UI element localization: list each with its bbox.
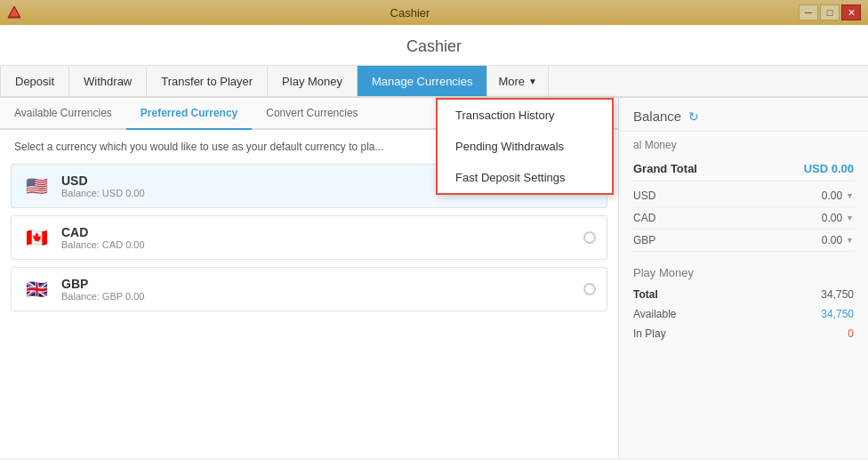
app-header: Cashier	[0, 25, 868, 66]
balance-header: Balance ↻	[619, 98, 868, 132]
subtab-preferred[interactable]: Preferred Currency	[126, 98, 252, 130]
play-money-total-label: Total	[633, 288, 658, 301]
tab-transfer[interactable]: Transfer to Player	[147, 66, 268, 96]
play-money-available-row: Available 34,750	[633, 304, 854, 324]
title-bar: Cashier ─ □ ✕	[0, 0, 868, 25]
balance-gbp-value: 0.00 ▼	[822, 234, 854, 246]
currency-radio-cad[interactable]	[583, 231, 596, 244]
app-icon	[7, 5, 21, 20]
balance-gbp-row: GBP 0.00 ▼	[633, 230, 854, 252]
subtab-convert[interactable]: Convert Currencies	[252, 98, 372, 130]
currency-balance-cad: Balance: CAD 0.00	[61, 239, 583, 250]
tab-playmoney[interactable]: Play Money	[268, 66, 358, 96]
play-money-total-value: 34,750	[821, 288, 854, 301]
currency-item-cad[interactable]: 🇨🇦 CAD Balance: CAD 0.00	[11, 215, 607, 260]
dropdown-fast-deposit[interactable]: Fast Deposit Settings	[438, 162, 612, 193]
tab-bar: Deposit Withdraw Transfer to Player Play…	[0, 66, 868, 98]
balance-cad-row: CAD 0.00 ▼	[633, 207, 854, 230]
balance-usd-label: USD	[633, 190, 655, 202]
currency-info-cad: CAD Balance: CAD 0.00	[61, 225, 583, 250]
balance-cad-value: 0.00 ▼	[822, 212, 854, 224]
minimize-button[interactable]: ─	[799, 4, 818, 20]
grand-total-row: Grand Total USD 0.00	[633, 157, 854, 182]
play-money-available-value: 34,750	[821, 308, 854, 320]
balance-usd-value: 0.00 ▼	[822, 190, 854, 202]
play-money-inplay-label: In Play	[633, 327, 666, 340]
play-money-section: Play Money Total 34,750 Available 34,750…	[619, 259, 868, 351]
play-money-available-label: Available	[633, 308, 676, 320]
chevron-down-icon: ▼	[846, 214, 854, 222]
real-money-label: al Money	[633, 139, 854, 151]
chevron-down-icon: ▼	[846, 191, 854, 200]
play-money-inplay-row: In Play 0	[633, 324, 854, 343]
right-panel: Balance ↻ al Money Grand Total USD 0.00 …	[619, 98, 868, 458]
window-controls: ─ □ ✕	[799, 4, 861, 20]
grand-total-value: USD 0.00	[804, 162, 854, 175]
currency-info-gbp: GBP Balance: GBP 0.00	[61, 277, 583, 302]
currency-code-gbp: GBP	[61, 277, 583, 291]
currency-balance-gbp: Balance: GBP 0.00	[61, 291, 583, 302]
tab-currencies[interactable]: Manage Currencies	[358, 66, 487, 96]
currency-code-cad: CAD	[61, 225, 583, 239]
balance-usd-row: USD 0.00 ▼	[633, 185, 854, 207]
chevron-down-icon: ▼	[846, 236, 854, 245]
play-money-inplay-value: 0	[848, 327, 854, 340]
maximize-button[interactable]: □	[820, 4, 840, 20]
dropdown-pending-withdrawals[interactable]: Pending Withdrawals	[438, 131, 612, 162]
balance-title: Balance	[633, 109, 681, 124]
more-dropdown: Transaction History Pending Withdrawals …	[436, 98, 614, 195]
grand-total-label: Grand Total	[633, 162, 697, 175]
currency-radio-gbp[interactable]	[583, 283, 596, 295]
dropdown-transaction-history[interactable]: Transaction History	[438, 100, 612, 131]
tab-more[interactable]: More ▼	[487, 66, 549, 96]
close-button[interactable]: ✕	[841, 4, 861, 20]
balance-section: al Money Grand Total USD 0.00 USD 0.00 ▼…	[619, 132, 868, 259]
flag-usd: 🇺🇸	[22, 176, 51, 196]
play-money-total-row: Total 34,750	[633, 285, 854, 304]
refresh-icon[interactable]: ↻	[688, 109, 699, 124]
app-title: Cashier	[406, 37, 462, 55]
chevron-down-icon: ▼	[528, 77, 537, 86]
flag-gbp: 🇬🇧	[22, 279, 51, 299]
main-content: Available Currencies Preferred Currency …	[0, 98, 868, 458]
flag-cad: 🇨🇦	[22, 228, 51, 247]
subtab-available[interactable]: Available Currencies	[0, 98, 126, 130]
balance-gbp-label: GBP	[633, 234, 655, 246]
tab-withdraw[interactable]: Withdraw	[69, 66, 147, 96]
title-bar-left	[7, 5, 21, 20]
currency-item-gbp[interactable]: 🇬🇧 GBP Balance: GBP 0.00	[11, 267, 607, 311]
play-money-header: Play Money	[633, 266, 854, 279]
window-title: Cashier	[21, 6, 799, 20]
tab-deposit[interactable]: Deposit	[0, 66, 69, 96]
balance-cad-label: CAD	[633, 212, 655, 224]
